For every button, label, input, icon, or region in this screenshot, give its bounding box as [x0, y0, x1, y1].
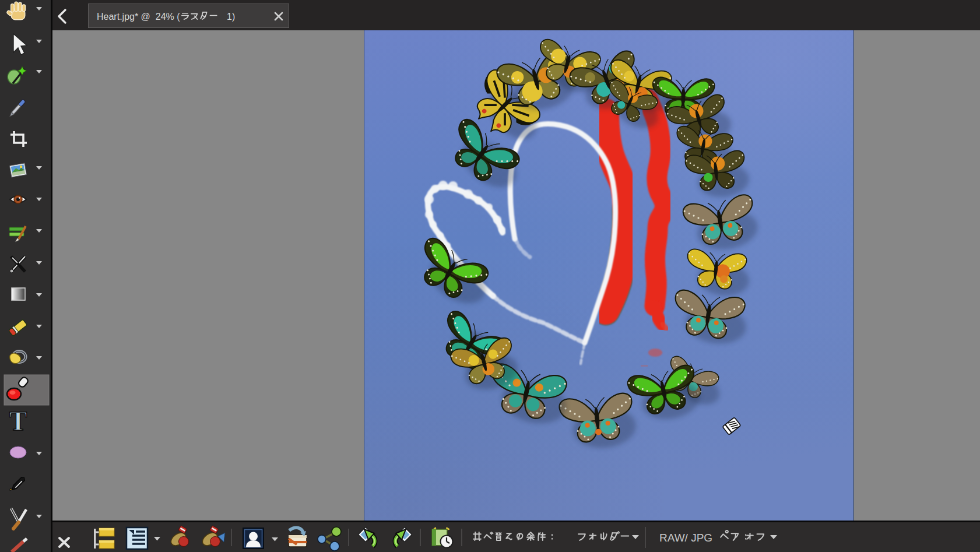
svg-text:T: T [9, 406, 27, 436]
svg-text:1): 1) [227, 12, 235, 22]
svg-text:Heart.jpg* @ 24% (: Heart.jpg* @ 24% ( [97, 12, 180, 22]
svg-text:RAW/ JPG: RAW/ JPG [659, 532, 712, 544]
